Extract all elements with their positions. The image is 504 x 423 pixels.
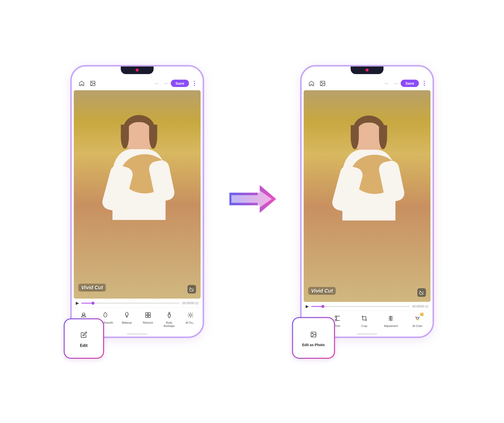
nav-arrows-right: ← → <box>384 80 398 87</box>
retouch-icon <box>143 310 153 320</box>
ai-out-icon <box>186 310 195 320</box>
svg-rect-6 <box>146 313 148 315</box>
save-button-left[interactable]: Save <box>171 80 189 87</box>
phone-right: ← → Save ⋮ <box>300 65 434 338</box>
nav-arrows-left: ← → <box>154 80 168 87</box>
svg-point-24 <box>390 320 391 321</box>
crop-icon <box>359 314 369 323</box>
trim-label: Trim <box>335 324 340 328</box>
progress-bar-right[interactable] <box>311 306 410 307</box>
tool-retouch[interactable]: Retouch <box>140 310 156 324</box>
adjustment-label: Adjustment <box>384 324 398 328</box>
menu-button-left[interactable]: ⋮ <box>191 80 197 87</box>
svg-point-1 <box>91 82 92 83</box>
svg-rect-9 <box>148 315 151 318</box>
camera-dot-left <box>136 69 139 72</box>
forward-arrow-left[interactable]: → <box>163 80 168 87</box>
menu-button-right[interactable]: ⋮ <box>421 80 427 87</box>
progress-bar-left[interactable] <box>81 303 180 304</box>
svg-point-10 <box>189 314 191 316</box>
tool-body-reshape[interactable]: BodyReshape <box>162 310 177 328</box>
edit-as-photo-icon <box>308 329 319 340</box>
edit-highlight-box[interactable]: Edit <box>64 318 104 359</box>
play-button-right[interactable]: ▶ <box>306 304 309 309</box>
tool-crop[interactable]: Crop <box>357 314 372 328</box>
forward-arrow-right[interactable]: → <box>393 80 398 87</box>
time-label-left: 00:00/00:12 <box>182 301 198 305</box>
scrollbar-hint-left <box>127 333 147 335</box>
svg-point-12 <box>321 82 322 83</box>
edit-label: Edit <box>80 343 87 348</box>
body-reshape-icon <box>164 310 174 320</box>
no-connect-icon-left <box>187 285 196 294</box>
playbar-left: ▶ 00:00/00:12 <box>72 299 203 307</box>
makeup-label: Makeup <box>122 321 132 324</box>
camera-dot-right <box>366 69 369 72</box>
svg-point-30 <box>418 317 420 318</box>
svg-point-31 <box>417 319 419 321</box>
watermark-left: Vivid Cut <box>78 284 106 292</box>
gallery-icon-right[interactable] <box>318 79 327 88</box>
edit-as-photo-highlight-box[interactable]: Edit as Photo <box>292 317 335 359</box>
video-area-right: Vivid Cut <box>304 90 430 302</box>
watermark-right: Vivid Cut <box>308 287 336 295</box>
skin-smooth-icon <box>101 310 110 320</box>
scrollbar-hint-right <box>357 333 377 335</box>
tool-adjustment[interactable]: Adjustment <box>383 314 398 328</box>
svg-line-13 <box>420 291 423 295</box>
svg-point-21 <box>390 316 391 317</box>
svg-rect-7 <box>148 313 151 315</box>
body-reshape-label: BodyReshape <box>164 321 175 328</box>
svg-point-28 <box>416 317 419 320</box>
ai-color-icon-wrap: 👑 <box>413 314 422 323</box>
retouch-label: Retouch <box>143 321 153 324</box>
svg-point-29 <box>415 317 417 318</box>
makeup-icon <box>122 310 132 320</box>
notch-left <box>121 66 154 74</box>
no-connect-icon-right <box>417 288 426 297</box>
svg-line-2 <box>190 287 194 291</box>
transition-arrow <box>224 174 280 224</box>
playbar-right: ▶ 00:00/00:12 <box>302 302 433 311</box>
crown-icon: 👑 <box>420 312 424 316</box>
tool-ai-out[interactable]: AI Ou... <box>183 310 198 324</box>
home-icon-right[interactable] <box>307 79 316 88</box>
tool-ai-color[interactable]: 👑 AI Color <box>410 314 425 328</box>
home-icon-left[interactable] <box>77 79 86 88</box>
back-arrow-left[interactable]: ← <box>154 80 160 87</box>
time-label-right: 00:00/00:12 <box>412 305 428 308</box>
svg-point-27 <box>390 318 391 319</box>
back-arrow-right[interactable]: ← <box>384 80 390 87</box>
notch-right <box>351 66 383 74</box>
adjustment-icon <box>386 314 396 323</box>
crop-label: Crop <box>361 324 367 328</box>
svg-point-33 <box>312 333 313 334</box>
ai-out-label: AI Ou... <box>186 321 195 324</box>
play-button-left[interactable]: ▶ <box>76 301 79 305</box>
svg-rect-8 <box>146 315 148 318</box>
gallery-icon-left[interactable] <box>88 79 97 88</box>
edit-as-photo-label: Edit as Photo <box>302 343 325 347</box>
video-area-left: Vivid Cut <box>74 90 201 299</box>
phone-left: ← → Save ⋮ <box>70 65 204 338</box>
ai-color-label: AI Color <box>413 324 423 328</box>
edit-pencil-icon <box>78 329 90 341</box>
tool-makeup[interactable]: Makeup <box>119 310 134 324</box>
save-button-right[interactable]: Save <box>401 80 419 87</box>
